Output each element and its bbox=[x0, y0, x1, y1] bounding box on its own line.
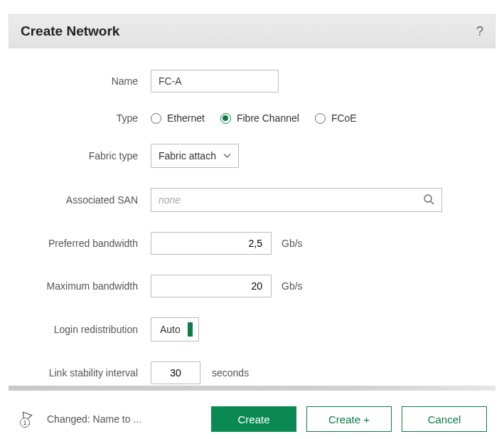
changes-icon[interactable]: 1 bbox=[17, 411, 34, 427]
row-preferred-bandwidth: Preferred bandwidth Gb/s bbox=[30, 232, 474, 255]
divider bbox=[9, 386, 495, 391]
link-stability-input[interactable] bbox=[151, 361, 200, 384]
label-login-redistribution: Login redistribution bbox=[30, 324, 151, 335]
radio-ethernet[interactable]: Ethernet bbox=[151, 112, 205, 124]
seconds-unit: seconds bbox=[212, 367, 249, 379]
btn-label: Cancel bbox=[428, 413, 461, 425]
type-radio-group: Ethernet Fibre Channel FCoE bbox=[151, 112, 357, 124]
cancel-button[interactable]: Cancel bbox=[402, 406, 487, 432]
label-type: Type bbox=[30, 112, 151, 124]
bw-unit: Gb/s bbox=[282, 238, 303, 249]
label-fabric-type: Fabric type bbox=[30, 150, 151, 162]
radio-dot-icon bbox=[222, 115, 228, 121]
row-login-redistribution: Login redistribution Auto bbox=[30, 317, 474, 342]
help-icon[interactable]: ? bbox=[476, 24, 483, 39]
fabric-type-select[interactable]: Fabric attach bbox=[151, 144, 239, 168]
associated-san-input[interactable]: none bbox=[151, 188, 442, 212]
chevron-down-icon bbox=[223, 151, 231, 161]
dialog-header: Create Network ? bbox=[9, 14, 495, 48]
row-name: Name bbox=[30, 70, 474, 92]
create-plus-button[interactable]: Create + bbox=[306, 406, 392, 432]
select-value: Fabric attach bbox=[159, 150, 216, 162]
radio-fibre-channel[interactable]: Fibre Channel bbox=[220, 112, 299, 124]
form-area: Name Type Ethernet Fibre Channel bbox=[9, 48, 495, 411]
maximum-bandwidth-input[interactable] bbox=[151, 275, 272, 297]
row-fabric-type: Fabric type Fabric attach bbox=[30, 144, 474, 168]
radio-label: Ethernet bbox=[167, 112, 205, 124]
san-placeholder: none bbox=[159, 194, 181, 206]
radio-label: FCoE bbox=[331, 112, 357, 124]
change-count-badge: 1 bbox=[20, 418, 30, 428]
dialog-title: Create Network bbox=[21, 23, 119, 39]
radio-fcoe[interactable]: FCoE bbox=[315, 112, 357, 124]
footer: 1 Changed: Name to ... Create Create + C… bbox=[0, 399, 504, 439]
row-associated-san: Associated SAN none bbox=[30, 188, 474, 212]
label-link-stability: Link stability interval bbox=[30, 367, 151, 379]
radio-icon bbox=[315, 113, 326, 124]
toggle-indicator-icon bbox=[188, 322, 193, 337]
radio-label: Fibre Channel bbox=[237, 112, 299, 124]
radio-icon bbox=[220, 113, 231, 124]
search-icon[interactable] bbox=[423, 194, 434, 207]
row-link-stability: Link stability interval seconds bbox=[30, 361, 474, 384]
svg-point-0 bbox=[424, 195, 431, 202]
toggle-value: Auto bbox=[160, 324, 181, 335]
btn-label: Create bbox=[237, 413, 269, 425]
label-preferred-bandwidth: Preferred bandwidth bbox=[30, 238, 151, 249]
bw-unit: Gb/s bbox=[282, 280, 303, 292]
btn-label: Create + bbox=[328, 413, 370, 425]
login-redistribution-toggle[interactable]: Auto bbox=[151, 317, 199, 342]
row-type: Type Ethernet Fibre Channel FCoE bbox=[30, 112, 474, 124]
create-network-dialog: Create Network ? Name Type Ethernet Fibr… bbox=[0, 0, 504, 411]
label-maximum-bandwidth: Maximum bandwidth bbox=[30, 280, 151, 292]
create-button[interactable]: Create bbox=[211, 406, 296, 432]
svg-line-1 bbox=[431, 201, 434, 204]
changes-text: Changed: Name to ... bbox=[47, 413, 141, 425]
radio-icon bbox=[151, 113, 161, 124]
label-associated-san: Associated SAN bbox=[30, 194, 151, 206]
row-maximum-bandwidth: Maximum bandwidth Gb/s bbox=[30, 275, 474, 297]
label-name: Name bbox=[30, 75, 151, 87]
name-input[interactable] bbox=[151, 70, 279, 92]
preferred-bandwidth-input[interactable] bbox=[151, 232, 272, 255]
